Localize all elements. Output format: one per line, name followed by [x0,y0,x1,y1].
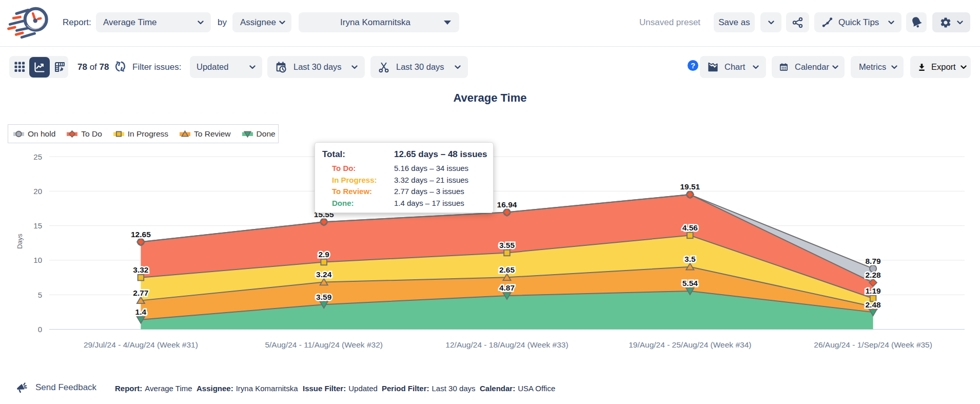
app-logo [6,3,53,43]
marker-in-progress-square [138,275,144,281]
data-label: 3.32 [133,265,148,274]
report-label: Report: [63,17,91,28]
y-axis-tick-label: 10 [33,256,42,264]
tooltip-total-value: 12.65 days – 48 issues [394,149,487,160]
calendar-value: Calendar [795,62,829,72]
quick-tips-icon [821,16,833,28]
report-select-value: Average Time [103,17,157,28]
share-button[interactable] [786,12,809,32]
data-label: 3.5 [684,255,696,263]
trim-filter-select[interactable]: Last 30 days [370,56,468,78]
issue-count-current: 78 [77,62,87,72]
footer-calendar-label: Calendar: [480,384,515,393]
data-label: 4.87 [499,283,515,292]
notifications-button[interactable] [906,12,927,32]
footer-report-value: Average Time [145,384,192,393]
unsaved-preset-label: Unsaved preset [639,17,700,28]
y-axis-tick-label: 25 [33,152,42,161]
y-axis-tick-label: 15 [33,221,42,230]
caret-down-icon [444,21,451,25]
metrics-value: Metrics [859,62,886,72]
data-label: 16.94 [497,200,517,209]
data-label: 12.65 [131,230,151,239]
footer: Send Feedback Report:Average Time Assign… [0,379,980,398]
data-label: 2.48 [866,300,881,309]
data-label: 2.65 [499,265,515,274]
x-axis-label: 12/Aug/24 - 18/Aug/24 (Week #33) [445,340,568,349]
quick-tips-button[interactable]: Quick Tips [814,12,901,32]
issue-filter-value: Updated [197,62,228,72]
save-as-label: Save as [718,17,750,28]
view-grid-button[interactable] [9,56,30,78]
chart-tooltip: Total: 12.65 days – 48 issues To Do: 5.1… [315,142,494,213]
footer-issue-filter-label: Issue Filter: [303,384,346,393]
trim-filter-value: Last 30 days [396,62,444,72]
gear-icon [939,16,952,29]
footer-assignee: Assignee:Iryna Komarnitska [197,384,298,393]
data-label: 2.28 [866,271,881,279]
area-chart-icon [707,61,719,73]
view-pivot-button[interactable] [49,56,70,78]
chart-type-select[interactable]: Chart [700,56,766,78]
refresh-button[interactable] [113,60,127,74]
pivot-view-icon [54,61,66,73]
view-chart-button[interactable] [29,57,50,78]
chevron-down-icon [891,65,897,69]
group-by-select[interactable]: Assignee [232,12,291,32]
app: Report: Average Time by Assignee Iryna K… [0,0,980,404]
chart-view-icon [33,61,46,73]
assignee-select[interactable]: Iryna Komarnitska [299,12,459,32]
tooltip-row-label: To Do: [332,164,356,172]
footer-period-filter-value: Last 30 days [432,384,476,393]
footer-assignee-label: Assignee: [197,384,233,393]
period-filter-value: Last 30 days [293,62,342,72]
tooltip-row-label: Done: [332,199,354,207]
chevron-down-icon [455,65,461,69]
x-axis-label: 5/Aug/24 - 11/Aug/24 (Week #32) [265,340,383,349]
data-label: 1.4 [135,307,147,316]
footer-report: Report:Average Time [115,384,192,393]
data-label: 3.24 [316,270,332,279]
period-filter-select[interactable]: Last 30 days [267,56,365,78]
chevron-down-icon [832,65,838,69]
scissors-icon [378,61,390,73]
help-button[interactable]: ? [688,60,698,71]
data-label: 4.56 [682,223,698,232]
data-label: 3.55 [499,241,515,249]
footer-calendar: Calendar:USA Office [480,384,555,393]
settings-button[interactable] [932,12,970,32]
export-select[interactable]: Export [910,56,971,78]
marker-in-progress-square [504,250,510,256]
y-axis-tick-label: 5 [38,291,42,299]
data-label: 2.77 [133,288,148,297]
grid-view-icon [14,62,25,72]
quick-tips-label: Quick Tips [838,17,879,28]
data-label: 8.79 [866,257,881,265]
chevron-down-icon [249,65,256,69]
calendar-select[interactable]: Calendar [772,56,845,78]
report-select[interactable]: Average Time [96,12,211,32]
chevron-down-icon [961,65,967,69]
footer-assignee-value: Iryna Komarnitska [236,384,298,393]
issue-count: 78 of 78 [77,62,109,72]
send-feedback-button[interactable]: Send Feedback [16,381,96,394]
calendar-clock-icon [275,61,287,73]
save-as-menu-button[interactable] [760,12,781,32]
send-feedback-label: Send Feedback [35,382,96,393]
footer-report-label: Report: [115,384,142,393]
share-icon [792,16,804,29]
footer-period-filter: Period Filter:Last 30 days [382,384,476,393]
save-as-button[interactable]: Save as [714,12,755,32]
export-value: Export [931,62,956,72]
issue-filter-select[interactable]: Updated [190,56,262,78]
chevron-down-icon [753,65,759,69]
chevron-down-icon [351,65,358,69]
issue-count-total: 78 [100,62,109,72]
tooltip-row-value: 3.32 days – 21 issues [394,176,468,184]
metrics-select[interactable]: Metrics [851,56,904,78]
chevron-down-icon [198,21,204,25]
chart-type-value: Chart [724,62,745,72]
data-label: 5.54 [682,279,698,287]
chart-title: Average Time [0,91,980,105]
issue-count-of: of [90,62,97,72]
